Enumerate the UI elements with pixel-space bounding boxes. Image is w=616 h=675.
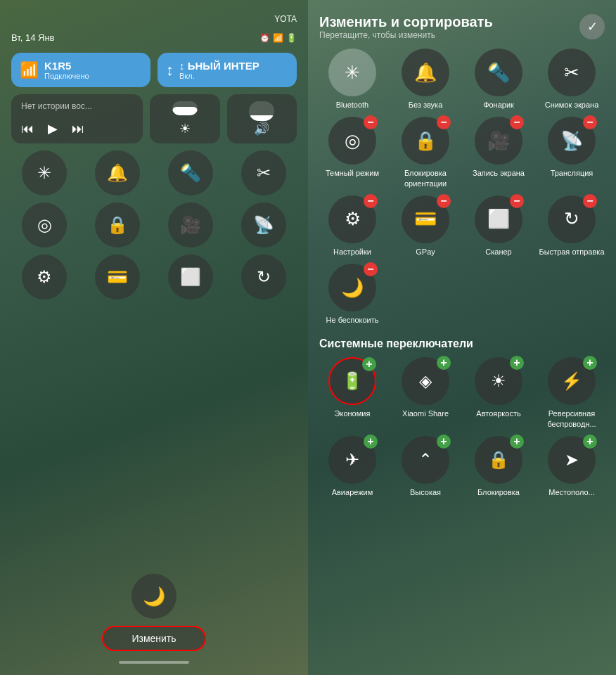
silent-label: Без звука: [409, 100, 443, 110]
flashlight-label: Фонарик: [483, 100, 514, 110]
gpay-tile[interactable]: − 💳: [402, 195, 449, 243]
play-button[interactable]: ▶: [48, 121, 58, 136]
cast-tile[interactable]: − 📡: [548, 117, 596, 165]
add-badge-location[interactable]: +: [583, 435, 597, 449]
wifi-icon: 📶: [20, 61, 39, 79]
brightness-slider[interactable]: [172, 101, 198, 115]
orientation-label: Блокировка ориентации: [392, 168, 458, 188]
add-badge-highperf[interactable]: +: [437, 435, 451, 449]
add-badge-reversewireless[interactable]: +: [583, 356, 597, 370]
remove-badge-scanner[interactable]: −: [510, 194, 524, 208]
toggles-grid: ✳ 🔔 🔦 ✂ ◎ 🔒 🎥 📡 ⚙ 💳 ⬜ ↻: [11, 150, 297, 300]
silent-toggle[interactable]: 🔔: [95, 150, 140, 195]
lock-tile[interactable]: + 🔒: [475, 436, 522, 484]
remove-badge-cast[interactable]: −: [583, 115, 597, 129]
network-row: 📶 K1R5 Подключено ↕ ↕ ЬНЫЙ ИНТЕР Вкл.: [11, 53, 297, 87]
sys-autobright: + ☀ Автояркость: [466, 357, 532, 429]
tile-screenrecord: − 🎥 Запись экрана: [466, 117, 532, 188]
right-header: Изменить и сортировать Перетащите, чтобы…: [319, 14, 605, 47]
tile-settings: − ⚙ Настройки: [319, 195, 385, 257]
tile-bluetooth: ✳ Bluetooth: [319, 49, 385, 110]
edit-button[interactable]: Изменить: [102, 626, 205, 651]
sys-airplane: + ✈ Авиарежим: [319, 436, 385, 497]
orientation-tile[interactable]: − 🔒: [402, 117, 449, 165]
flashlight-tile[interactable]: 🔦: [475, 49, 522, 96]
next-button[interactable]: ⏭: [72, 122, 84, 136]
lock-label: Блокировка: [477, 487, 520, 497]
media-card: Нет истории вос... ⏮ ▶ ⏭: [11, 94, 143, 143]
add-badge-xiaomishare[interactable]: +: [437, 356, 451, 370]
confirm-button[interactable]: ✓: [579, 14, 605, 39]
airplane-label: Авиарежим: [332, 487, 373, 497]
add-badge-autobright[interactable]: +: [510, 356, 524, 370]
data-button[interactable]: ↕ ↕ ЬНЫЙ ИНТЕР Вкл.: [158, 53, 297, 87]
volume-fill: [249, 115, 274, 121]
remove-badge-gpay[interactable]: −: [437, 194, 451, 208]
volume-card: 🔊: [227, 94, 297, 143]
scanner-tile[interactable]: − ⬜: [475, 195, 522, 243]
cast-toggle[interactable]: 📡: [241, 202, 286, 248]
dnd-button[interactable]: 🌙: [131, 574, 177, 619]
darkmode-tile[interactable]: − ◎: [328, 117, 376, 165]
scanner-label: Сканер: [485, 247, 511, 257]
airplane-tile[interactable]: + ✈: [328, 436, 376, 484]
share-toggle[interactable]: ↻: [241, 255, 286, 300]
settings-tile[interactable]: − ⚙: [328, 195, 376, 243]
tile-darkmode: − ◎ Темный режим: [319, 117, 385, 188]
tile-flashlight: 🔦 Фонарик: [466, 49, 532, 110]
data-sub: Вкл.: [179, 72, 259, 80]
scanner-toggle[interactable]: ⬜: [168, 255, 213, 300]
flashlight-toggle[interactable]: 🔦: [168, 150, 213, 195]
location-tile[interactable]: + ➤: [548, 436, 596, 484]
cast-label: Трансляция: [551, 168, 593, 178]
prev-button[interactable]: ⏮: [21, 122, 34, 136]
quickshare-tile[interactable]: − ↻: [548, 195, 596, 243]
battery-icon: 🔋: [286, 33, 297, 43]
screenrecord-toggle[interactable]: 🎥: [168, 202, 213, 248]
orientation-toggle[interactable]: 🔒: [95, 202, 140, 248]
economy-tile[interactable]: + 🔋: [328, 357, 376, 405]
tile-orientation: − 🔒 Блокировка ориентации: [392, 117, 458, 188]
screenshot-toggle[interactable]: ✂: [241, 150, 286, 195]
screenrecord-tile[interactable]: − 🎥: [475, 117, 522, 165]
remove-badge-dnd[interactable]: −: [364, 262, 378, 276]
alarm-icon: ⏰: [259, 33, 270, 43]
brightness-icon: ☀: [179, 121, 191, 136]
autobright-tile[interactable]: + ☀: [475, 357, 522, 405]
add-badge-economy[interactable]: +: [362, 357, 376, 371]
add-badge-airplane[interactable]: +: [364, 435, 378, 449]
bluetooth-tile[interactable]: ✳: [328, 49, 376, 96]
reversewireless-tile[interactable]: + ⚡: [548, 357, 596, 405]
home-indicator: [119, 661, 189, 664]
signal-icon: 📶: [273, 33, 283, 43]
remove-badge-quickshare[interactable]: −: [583, 194, 597, 208]
xiaomishare-tile[interactable]: + ◈: [402, 357, 449, 405]
data-name: ↕ ЬНЫЙ ИНТЕР: [179, 60, 259, 72]
system-section-title: Системные переключатели: [319, 338, 605, 350]
silent-tile[interactable]: 🔔: [402, 49, 449, 96]
dnd-tile[interactable]: − 🌙: [328, 264, 376, 311]
dnd-label: Не беспокоить: [326, 315, 379, 325]
remove-badge-screenrecord[interactable]: −: [510, 115, 524, 129]
highperf-tile[interactable]: + ⌃: [402, 436, 449, 484]
remove-badge-settings[interactable]: −: [364, 194, 378, 208]
add-badge-lock[interactable]: +: [510, 435, 524, 449]
darkmode-toggle[interactable]: ◎: [22, 202, 67, 248]
volume-icon: 🔊: [254, 121, 269, 136]
gpay-toggle[interactable]: 💳: [95, 255, 140, 300]
sys-location: + ➤ Местополо...: [539, 436, 605, 497]
settings-label: Настройки: [333, 247, 371, 257]
data-text: ↕ ЬНЫЙ ИНТЕР Вкл.: [179, 60, 259, 80]
wifi-button[interactable]: 📶 K1R5 Подключено: [11, 53, 150, 87]
screenshot-tile[interactable]: ✂: [548, 49, 596, 96]
bluetooth-toggle[interactable]: ✳: [22, 150, 67, 195]
remove-badge-orientation[interactable]: −: [437, 115, 451, 129]
settings-toggle[interactable]: ⚙: [22, 255, 67, 300]
remove-badge-darkmode[interactable]: −: [364, 115, 378, 129]
wifi-name: K1R5: [44, 60, 89, 72]
gpay-label: GPay: [416, 247, 435, 257]
media-controls: Нет истории вос... ⏮ ▶ ⏭ ☀ 🔊: [11, 94, 297, 143]
quickshare-label: Быстрая отправка: [539, 247, 604, 257]
volume-slider[interactable]: [249, 101, 274, 121]
right-panel: Изменить и сортировать Перетащите, чтобы…: [308, 0, 616, 675]
